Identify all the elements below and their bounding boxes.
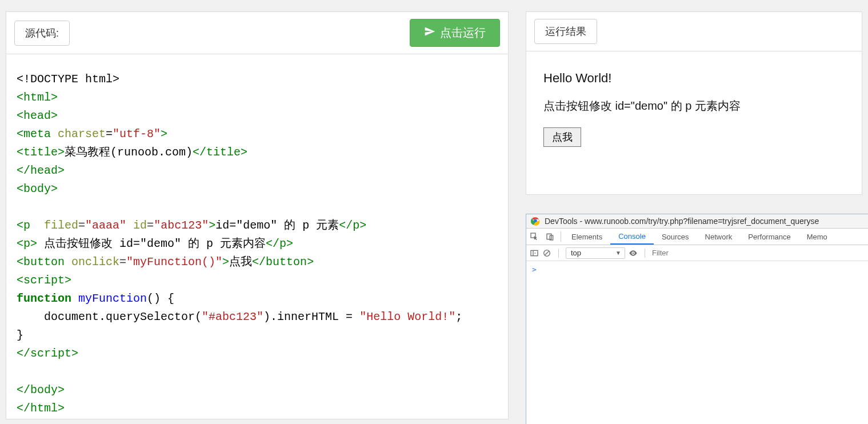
devtools-title-text: DevTools - www.runoob.com/try/try.php?fi… bbox=[545, 217, 819, 226]
console-filter-input[interactable] bbox=[652, 249, 721, 257]
tab-elements[interactable]: Elements bbox=[563, 229, 610, 245]
tab-network[interactable]: Network bbox=[697, 229, 741, 245]
run-button-label: 点击运行 bbox=[440, 25, 486, 41]
devtools-window: DevTools - www.runoob.com/try/try.php?fi… bbox=[526, 214, 868, 424]
svg-rect-3 bbox=[547, 234, 551, 239]
source-panel-header: 源代码: 点击运行 bbox=[6, 11, 509, 54]
paper-plane-icon bbox=[424, 26, 435, 40]
source-code-editor[interactable]: <!DOCTYPE html> <html> <head> <meta char… bbox=[6, 54, 509, 419]
execution-context-selector[interactable]: top ▼ bbox=[566, 247, 625, 259]
device-icon[interactable] bbox=[542, 232, 558, 242]
tab-sources[interactable]: Sources bbox=[654, 229, 697, 245]
chrome-icon bbox=[531, 217, 540, 226]
svg-line-8 bbox=[545, 251, 549, 255]
run-button[interactable]: 点击运行 bbox=[410, 19, 500, 47]
console-prompt: > bbox=[532, 265, 537, 274]
devtools-titlebar: DevTools - www.runoob.com/try/try.php?fi… bbox=[526, 214, 868, 229]
tab-memory[interactable]: Memo bbox=[799, 229, 835, 245]
chevron-down-icon: ▼ bbox=[615, 250, 621, 256]
result-paragraph: 点击按钮修改 id="demo" 的 p 元素内容 bbox=[543, 98, 845, 114]
tab-performance[interactable]: Performance bbox=[740, 229, 798, 245]
demo-button[interactable]: 点我 bbox=[543, 127, 581, 147]
clear-console-icon[interactable] bbox=[542, 248, 551, 258]
result-panel-header: 运行结果 bbox=[526, 11, 862, 51]
svg-rect-5 bbox=[531, 250, 538, 255]
tab-console[interactable]: Console bbox=[610, 229, 654, 245]
svg-point-9 bbox=[633, 252, 634, 254]
result-label-button: 运行结果 bbox=[534, 19, 597, 44]
devtools-tabbar: Elements Console Sources Network Perform… bbox=[526, 229, 868, 245]
inspect-icon[interactable] bbox=[526, 232, 542, 242]
sidebar-toggle-icon[interactable] bbox=[530, 248, 539, 258]
live-expression-icon[interactable] bbox=[629, 248, 638, 258]
result-heading: Hello World! bbox=[543, 71, 845, 86]
console-toolbar: top ▼ bbox=[526, 245, 868, 261]
result-output: Hello World! 点击按钮修改 id="demo" 的 p 元素内容 点… bbox=[526, 51, 862, 195]
source-label-button: 源代码: bbox=[14, 21, 70, 46]
console-body[interactable]: > bbox=[526, 261, 868, 277]
